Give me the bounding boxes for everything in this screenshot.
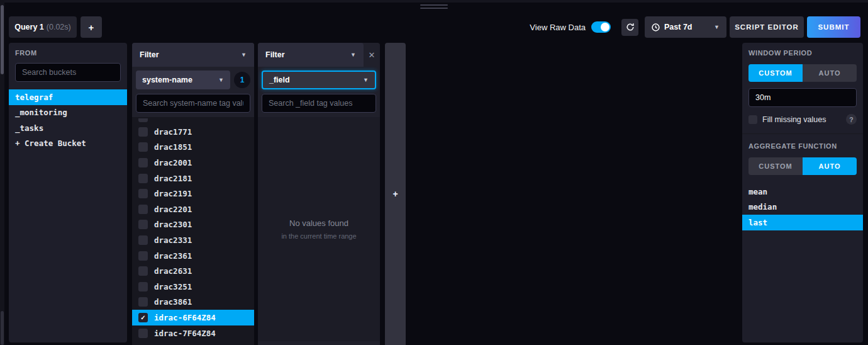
window-auto-button[interactable]: AUTO bbox=[803, 64, 857, 82]
chevron-down-icon: ▼ bbox=[241, 52, 247, 58]
tag-value-label: drac2331 bbox=[154, 235, 192, 245]
tag-value-row[interactable]: ✓ drac2361 bbox=[132, 248, 254, 264]
scrollbar-thumb[interactable] bbox=[1, 5, 4, 74]
tag-value-label: drac2181 bbox=[154, 174, 192, 183]
fill-missing-label: Fill missing values bbox=[762, 115, 841, 124]
window-period-title: WINDOW PERIOD bbox=[748, 49, 857, 57]
aggregate-function-item[interactable]: mean bbox=[742, 184, 863, 200]
tag-value-row[interactable]: ✓ drac3861 bbox=[132, 295, 254, 310]
topbar-right-cluster: View Raw Data Past 7d ▼ SCRIPT EDITOR SU… bbox=[530, 16, 860, 38]
tag-value-row[interactable]: ✓ drac2301 bbox=[132, 217, 254, 233]
checkbox[interactable]: ✓ bbox=[138, 329, 148, 338]
filter-type-dropdown[interactable]: Filter ▼ bbox=[132, 43, 254, 67]
checkbox[interactable]: ✓ bbox=[138, 266, 148, 276]
aggregate-function-name: median bbox=[748, 202, 777, 212]
aggregate-function-item[interactable]: last bbox=[742, 215, 863, 230]
checkbox[interactable]: ✓ bbox=[138, 313, 148, 322]
chevron-down-icon: ▼ bbox=[363, 77, 369, 83]
tag-value-row[interactable]: ✓ drac2631 bbox=[132, 263, 254, 279]
help-icon[interactable]: ? bbox=[846, 114, 857, 125]
tag-value-row[interactable]: ✓ drac2191 bbox=[132, 186, 254, 201]
query-tab-name: Query 1 bbox=[14, 23, 44, 31]
tag-key-label: system-name bbox=[142, 76, 218, 84]
search-tag-values-input[interactable] bbox=[262, 94, 376, 113]
tag-key-dropdown[interactable]: _field ▼ bbox=[262, 71, 376, 89]
chevron-down-icon: ▼ bbox=[714, 24, 720, 30]
refresh-button[interactable] bbox=[621, 19, 638, 36]
query-tab[interactable]: Query 1 (0.02s) bbox=[9, 16, 77, 38]
checkbox[interactable]: ✓ bbox=[138, 220, 148, 229]
checkbox[interactable]: ✓ bbox=[138, 205, 148, 214]
submit-button[interactable]: SUBMIT bbox=[807, 16, 860, 38]
window-period-input[interactable] bbox=[748, 88, 857, 107]
empty-state-subtitle: in the current time range bbox=[281, 232, 356, 240]
tag-value-row[interactable]: ✓ idrac-7F64Z84 bbox=[132, 325, 254, 341]
plus-icon: + bbox=[392, 189, 398, 199]
tag-value-label: drac2631 bbox=[154, 266, 192, 276]
script-editor-button[interactable]: SCRIPT EDITOR bbox=[730, 16, 804, 38]
bucket-name: _tasks bbox=[15, 123, 43, 133]
view-raw-data-toggle[interactable] bbox=[591, 21, 611, 33]
tag-key-dropdown[interactable]: system-name ▼ bbox=[136, 71, 230, 89]
tag-value-row[interactable]: ✓ idrac-6F64Z84 bbox=[132, 310, 254, 325]
bucket-item[interactable]: _monitoring bbox=[9, 105, 127, 121]
bucket-name: _monitoring bbox=[15, 108, 67, 117]
refresh-icon bbox=[626, 23, 635, 31]
add-query-button[interactable]: + bbox=[81, 16, 102, 38]
close-filter-button[interactable]: ✕ bbox=[364, 43, 380, 67]
list-item-partial bbox=[132, 118, 254, 124]
tag-value-row[interactable]: ✓ drac2181 bbox=[132, 171, 254, 186]
tag-value-label: drac2001 bbox=[154, 158, 192, 167]
time-range-dropdown[interactable]: Past 7d ▼ bbox=[645, 16, 726, 38]
time-range-label: Past 7d bbox=[664, 23, 714, 31]
checkbox[interactable]: ✓ bbox=[138, 282, 148, 291]
search-buckets-input[interactable] bbox=[15, 63, 121, 82]
tag-value-row[interactable]: ✓ drac1851 bbox=[132, 140, 254, 156]
tag-value-label: drac2361 bbox=[154, 251, 192, 261]
tag-value-label: drac3251 bbox=[154, 282, 192, 291]
scrollbar-thumb-bottom[interactable] bbox=[1, 311, 4, 345]
checkbox[interactable]: ✓ bbox=[138, 174, 148, 183]
tag-value-row[interactable]: ✓ drac2201 bbox=[132, 201, 254, 217]
aggregate-auto-button[interactable]: AUTO bbox=[803, 157, 857, 175]
query-tab-duration: (0.02s) bbox=[47, 23, 71, 31]
tag-value-list: ✓ drac1771 ✓ drac1851 ✓ drac2001 ✓ bbox=[132, 117, 254, 345]
tag-value-row[interactable]: ✓ drac2331 bbox=[132, 232, 254, 248]
filter-type-label: Filter bbox=[140, 50, 241, 59]
aggregate-function-item[interactable]: median bbox=[742, 200, 863, 215]
top-edge-strip bbox=[0, 0, 868, 3]
tag-value-row[interactable]: ✓ drac3251 bbox=[132, 279, 254, 295]
checkbox[interactable]: ✓ bbox=[138, 127, 148, 137]
filter-card-field: Filter ▼ ✕ _field ▼ No values found in t… bbox=[258, 43, 380, 345]
resize-drag-handle[interactable] bbox=[420, 4, 448, 11]
filter-card-system-name: Filter ▼ system-name ▼ 1 ✓ drac1771 bbox=[132, 43, 254, 345]
bucket-item[interactable]: telegraf bbox=[9, 89, 127, 105]
add-filter-column-button[interactable]: + bbox=[385, 43, 406, 345]
check-icon: ✓ bbox=[140, 314, 145, 321]
tag-value-label: drac2191 bbox=[154, 189, 192, 198]
window-custom-button[interactable]: CUSTOM bbox=[748, 64, 803, 82]
checkbox[interactable]: ✓ bbox=[138, 189, 148, 198]
filter-type-dropdown[interactable]: Filter ▼ bbox=[258, 43, 364, 67]
tag-value-label: drac3861 bbox=[154, 297, 192, 307]
tag-value-row[interactable]: ✓ drac2001 bbox=[132, 155, 254, 171]
checkbox[interactable]: ✓ bbox=[138, 142, 148, 152]
checkbox[interactable]: ✓ bbox=[138, 235, 148, 245]
tag-value-row[interactable]: ✓ drac1771 bbox=[132, 124, 254, 140]
from-title: FROM bbox=[15, 49, 121, 57]
filter-type-label: Filter bbox=[265, 50, 350, 59]
checkbox[interactable]: ✓ bbox=[138, 297, 148, 307]
checkbox[interactable]: ✓ bbox=[138, 158, 148, 167]
checkbox[interactable]: ✓ bbox=[138, 251, 148, 261]
tag-value-label: drac2301 bbox=[154, 220, 192, 229]
bucket-item[interactable]: + Create Bucket bbox=[9, 136, 127, 152]
search-tag-values-input[interactable] bbox=[136, 94, 250, 113]
selected-count-badge: 1 bbox=[234, 72, 250, 88]
toggle-knob bbox=[601, 23, 609, 31]
divider bbox=[742, 133, 863, 134]
fill-missing-checkbox[interactable] bbox=[748, 115, 757, 124]
bucket-item[interactable]: _tasks bbox=[9, 120, 127, 136]
aggregate-custom-button[interactable]: CUSTOM bbox=[748, 157, 803, 175]
checkbox bbox=[138, 118, 148, 122]
bucket-list: telegraf _monitoring _tasks + Create Buc… bbox=[9, 89, 127, 151]
